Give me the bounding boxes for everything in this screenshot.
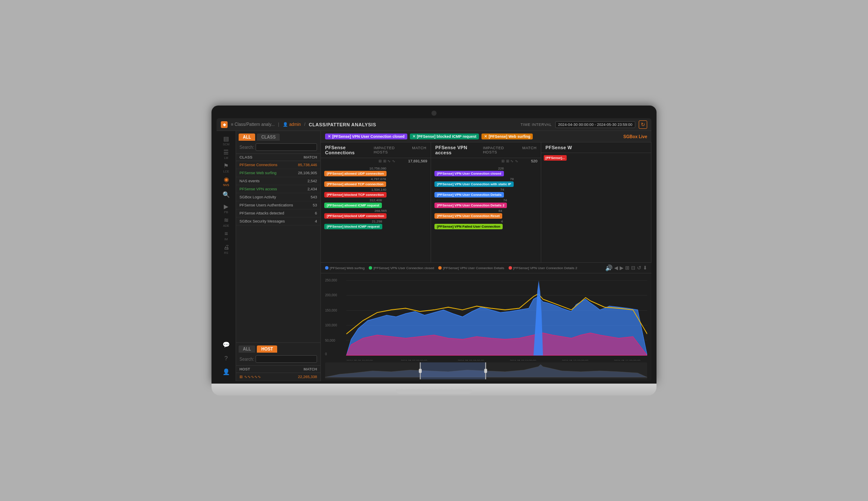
filter-tag-icmp[interactable]: ✕ [PFSense] blocked ICMP request xyxy=(410,134,479,139)
sidebar-item-chat[interactable]: 💬 xyxy=(219,339,234,351)
svg-text:2024-05-07 08:00:00: 2024-05-07 08:00:00 xyxy=(401,359,427,361)
event-tag[interactable]: [PFSense] blocked ICMP request xyxy=(324,224,382,229)
table-row[interactable]: PFSense Connections 85,738,446 xyxy=(236,161,320,169)
class-search-label: Search: xyxy=(239,145,254,150)
app-logo: ◆ xyxy=(221,121,228,128)
event-tag[interactable]: [PFSense] VPN User Connection Details 2 xyxy=(434,203,507,208)
svg-text:200,000: 200,000 xyxy=(325,293,337,298)
class-search-input[interactable] xyxy=(256,143,317,151)
event-tag[interactable]: [PFSense] blocked TCP connection xyxy=(324,192,387,198)
sidebar-item-rs[interactable]: 🖨 RS xyxy=(219,243,234,255)
sidebar-item-scm[interactable]: ▤ SCM xyxy=(219,134,234,146)
chart-svg: 250,000 200,000 150,000 100,000 50,000 0 xyxy=(325,275,647,361)
overflow-tag[interactable]: [PFSense]... xyxy=(544,155,567,161)
rs-icon: 🖨 xyxy=(223,244,229,250)
sgbox-live-indicator: SGBox Live xyxy=(623,134,647,139)
table-row[interactable]: PFSense Web surfing 28,106,905 xyxy=(236,169,320,177)
topbar: ◆ ≡ Class/Pattern analy... | 👤 admin / C… xyxy=(217,118,651,131)
nvs-label: NVS xyxy=(223,184,229,186)
legend-item-vpn-details2: [PFSense] VPN User Connection Details 2 xyxy=(509,266,577,270)
card-pfsense-connections: PFSense Connections Impacted Hosts Match… xyxy=(321,142,431,262)
event-tag[interactable]: [PFSense] blocked UDP connection xyxy=(324,213,387,219)
filter-tag-vpn-closed[interactable]: ✕ [PFSense] VPN User Connection closed xyxy=(325,134,407,139)
card-pfsense-vpn: PFSense VPN access Impacted Hosts Match … xyxy=(431,142,541,262)
volume-icon[interactable]: 🔊 xyxy=(605,264,612,271)
chart-area: [PFSense] Web surfing [PFSense] VPN User… xyxy=(321,262,651,381)
event-tag[interactable]: [PFSense] VPN User Connection closed xyxy=(434,171,504,176)
card-title: PFSense VPN access xyxy=(435,145,483,155)
svg-rect-23 xyxy=(484,369,487,373)
class-col-header: CLASS xyxy=(239,155,253,159)
row-name: PFSense Connections xyxy=(239,163,278,167)
tab-all-host[interactable]: ALL xyxy=(239,345,255,353)
legend-item-vpn-details: [PFSense] VPN User Connection Details xyxy=(438,266,504,270)
card-title: PFSense W xyxy=(545,145,572,150)
tab-class[interactable]: CLASS xyxy=(257,134,280,141)
table-row[interactable]: PFSense VPN access 2,434 xyxy=(236,185,320,193)
filter-tag-web[interactable]: ✕ [PFSense] Web surfing xyxy=(481,134,533,139)
table-row[interactable]: ⊞ ∿∿∿∿∿ 22,265,338 xyxy=(236,373,320,381)
event-tag[interactable]: [PFSense] VPN User Connection with stati… xyxy=(434,181,514,187)
sidebar-item-account[interactable]: 👤 xyxy=(219,366,234,378)
svg-rect-19 xyxy=(420,362,486,379)
class-table-header: CLASS MATCH xyxy=(236,153,320,161)
expand-icon[interactable]: ⊞ xyxy=(625,265,629,271)
sidebar-item-ade[interactable]: ≋ ADE xyxy=(219,216,234,228)
scm-icon: ▤ xyxy=(223,135,229,142)
host-search-row: Search: xyxy=(236,353,320,365)
sidebar-item-pb[interactable]: ▶ PB xyxy=(219,202,234,214)
tag-close-icon[interactable]: ✕ xyxy=(328,134,331,139)
event-tag[interactable]: [PFSense] VPN User Connection Reset xyxy=(434,213,502,219)
sidebar-item-help[interactable]: ? xyxy=(219,352,234,364)
event-count: 64 xyxy=(434,209,502,213)
sidebar-item-lm[interactable]: ☰ LM xyxy=(219,148,234,160)
svg-text:2024-05-06 10:00:00: 2024-05-06 10:00:00 xyxy=(346,359,373,361)
card-header: PFSense W xyxy=(541,142,651,153)
sidebar-item-search[interactable]: 🔍 xyxy=(219,189,234,200)
event-tag[interactable]: [PFSense] VPN Failed User Connection xyxy=(434,224,503,229)
lce-icon: ⚑ xyxy=(223,162,229,169)
next-icon[interactable]: ▶ xyxy=(620,265,623,271)
event-tag[interactable]: [PFSense] VPN User Connection Details xyxy=(434,192,504,198)
table-row[interactable]: NAS events 2,542 xyxy=(236,177,320,185)
svg-text:150,000: 150,000 xyxy=(325,308,337,312)
tag-close-icon[interactable]: ✕ xyxy=(484,134,487,139)
table-row[interactable]: PFSense Attacks detected 6 xyxy=(236,209,320,217)
row-match: 85,738,446 xyxy=(298,163,317,167)
card-header: PFSense VPN access Impacted Hosts Match xyxy=(431,142,541,158)
event-tag[interactable]: [PFSense] allowed TCP connection xyxy=(324,181,386,187)
prev-icon[interactable]: ◀ xyxy=(614,265,618,271)
shrink-icon[interactable]: ⊟ xyxy=(631,265,635,271)
tag-close-icon[interactable]: ✕ xyxy=(412,134,416,139)
legend-item-vpn-closed: [PFSense] VPN User Connection closed xyxy=(369,266,434,270)
page-title: Class/Pattern Analysis xyxy=(309,122,376,127)
chart-navigator[interactable] xyxy=(325,362,647,379)
svg-rect-22 xyxy=(419,369,422,373)
download-icon[interactable]: ⬇ xyxy=(643,265,647,271)
account-icon: 👤 xyxy=(223,368,230,375)
svg-text:2024-05-10 02:00:00: 2024-05-10 02:00:00 xyxy=(562,359,588,361)
tab-host[interactable]: HOST xyxy=(257,345,277,353)
scm-label: SCM xyxy=(223,143,230,146)
card-stats: Impacted Hosts Match xyxy=(483,146,537,154)
event-tag[interactable]: [PFSense] allowed ICMP request xyxy=(324,203,382,208)
impacted-hosts-label: Impacted Hosts xyxy=(374,146,407,154)
refresh-chart-icon[interactable]: ↺ xyxy=(637,265,641,271)
sidebar: ▤ SCM ☰ LM ⚑ LCE ◉ NVS xyxy=(217,131,236,381)
search-icon: 🔍 xyxy=(223,191,230,198)
table-row[interactable]: SGBox Security Messages 4 xyxy=(236,217,320,225)
row-name: PFSense Attacks detected xyxy=(239,211,284,215)
event-tag[interactable]: [PFSense] allowed UDP connection xyxy=(324,171,387,176)
sidebar-item-im[interactable]: ≡ IM xyxy=(219,229,234,241)
table-row[interactable]: PFSense Users Authentications 53 xyxy=(236,201,320,209)
row-name: PFSense Users Authentications xyxy=(239,203,293,207)
event-count: 4 xyxy=(434,220,503,223)
row-match: 53 xyxy=(313,203,317,207)
sidebar-item-nvs[interactable]: ◉ NVS xyxy=(219,175,234,187)
table-row[interactable]: SGBox Logon Activity 543 xyxy=(236,193,320,201)
tab-all[interactable]: ALL xyxy=(239,134,255,141)
host-search-input[interactable] xyxy=(256,355,317,363)
refresh-button[interactable]: ↻ xyxy=(639,120,647,129)
legend-label: [PFSense] Web surfing xyxy=(330,266,364,270)
sidebar-item-lce[interactable]: ⚑ LCE xyxy=(219,161,234,173)
